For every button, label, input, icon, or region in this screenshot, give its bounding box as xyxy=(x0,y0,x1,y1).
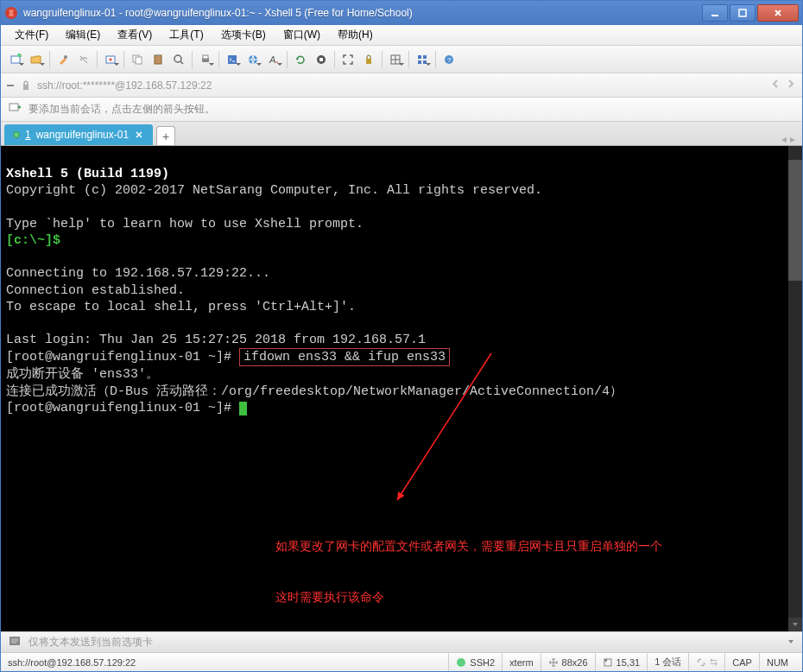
svg-rect-1 xyxy=(711,15,718,16)
tabbar: 1 wangruifenglinux-01 + ◂ ▸ xyxy=(1,122,802,146)
svg-rect-18 xyxy=(319,58,323,61)
tab-label: wangruifenglinux-01 xyxy=(36,129,129,141)
menubar: 文件(F) 编辑(E) 查看(V) 工具(T) 选项卡(B) 窗口(W) 帮助(… xyxy=(1,25,802,46)
size-icon xyxy=(548,657,559,668)
svg-rect-34 xyxy=(604,659,607,662)
svg-rect-3 xyxy=(11,56,20,63)
svg-rect-2 xyxy=(739,10,746,16)
copy-button[interactable] xyxy=(128,50,147,69)
term-line: 成功断开设备 'ens33'。 xyxy=(6,367,159,382)
svg-point-11 xyxy=(174,55,181,62)
term-line: Connection established. xyxy=(6,283,185,298)
minimize-button[interactable] xyxy=(702,4,728,22)
paste-button[interactable] xyxy=(149,50,168,69)
term-line: To escape to local shell, press 'Ctrl+Al… xyxy=(6,300,356,314)
menu-tabs[interactable]: 选项卡(B) xyxy=(214,26,273,44)
globe-button[interactable] xyxy=(243,50,262,69)
infobar: 要添加当前会话，点击左侧的箭头按钮。 xyxy=(1,98,802,122)
svg-text:?: ? xyxy=(447,56,452,64)
compose-dropdown-icon[interactable] xyxy=(787,637,795,649)
help-button[interactable]: ? xyxy=(439,50,458,69)
svg-rect-13 xyxy=(203,55,208,59)
script-button[interactable] xyxy=(223,50,242,69)
svg-rect-21 xyxy=(418,55,421,59)
find-button[interactable] xyxy=(169,50,188,69)
local-prompt: [c:\~]$ xyxy=(6,233,60,248)
nav-back-icon[interactable] xyxy=(769,78,781,92)
menu-tools[interactable]: 工具(T) xyxy=(162,26,210,44)
svg-text:A: A xyxy=(269,54,275,65)
tile-button[interactable] xyxy=(413,50,432,69)
fullscreen-button[interactable] xyxy=(338,50,357,69)
tab-close-icon[interactable] xyxy=(134,130,144,140)
ssh-status-icon xyxy=(456,657,466,668)
term-line: Last login: Thu Jan 25 15:27:25 2018 fro… xyxy=(6,333,426,347)
svg-point-4 xyxy=(17,54,21,57)
terminal[interactable]: Xshell 5 (Build 1199) Copyright (c) 2002… xyxy=(1,146,802,631)
cursor xyxy=(239,402,247,415)
refresh-button[interactable] xyxy=(291,50,310,69)
titlebar[interactable]: wangruifenglinux-01 - root@wangruifengli… xyxy=(1,1,802,25)
status-connection: ssh://root@192.168.57.129:22 xyxy=(8,657,448,668)
scroll-thumb[interactable] xyxy=(788,160,802,281)
tab-next-icon[interactable]: ▸ xyxy=(790,133,795,145)
svg-rect-23 xyxy=(418,60,421,64)
nav-forward-icon[interactable] xyxy=(785,78,797,92)
term-line: Xshell 5 (Build 1199) xyxy=(6,167,169,181)
svg-point-32 xyxy=(457,658,465,667)
link-icon xyxy=(696,657,706,668)
svg-rect-9 xyxy=(155,55,161,64)
new-session-button[interactable] xyxy=(6,50,25,69)
svg-rect-10 xyxy=(156,54,160,56)
menu-help[interactable]: 帮助(H) xyxy=(331,26,380,44)
status-pos: 15,31 xyxy=(616,657,641,668)
svg-rect-14 xyxy=(228,55,237,64)
close-button[interactable] xyxy=(757,4,799,22)
add-session-icon[interactable] xyxy=(8,101,22,117)
reconnect-button[interactable] xyxy=(74,50,93,69)
term-line: Connecting to 192.168.57.129:22... xyxy=(6,266,270,281)
compose-icon[interactable] xyxy=(8,634,22,650)
tab-prev-icon[interactable]: ◂ xyxy=(781,133,787,145)
remote-prompt: [root@wangruifenglinux-01 ~]# xyxy=(6,401,239,415)
menu-edit[interactable]: 编辑(E) xyxy=(59,26,107,44)
status-size: 88x26 xyxy=(562,657,588,668)
svg-rect-29 xyxy=(9,104,18,111)
svg-point-5 xyxy=(64,55,67,59)
addressbar: ssh://root:********@192.168.57.129:22 xyxy=(1,73,802,98)
menu-file[interactable]: 文件(F) xyxy=(8,26,55,44)
terminal-scrollbar[interactable] xyxy=(788,146,802,631)
svg-rect-24 xyxy=(423,60,427,64)
maximize-button[interactable] xyxy=(730,4,756,22)
layout-button[interactable] xyxy=(386,50,405,69)
svg-rect-8 xyxy=(136,57,142,64)
term-line: Type `help' to learn how to use Xshell p… xyxy=(6,217,364,231)
menu-view[interactable]: 查看(V) xyxy=(111,26,159,44)
app-window: wangruifenglinux-01 - root@wangruifengli… xyxy=(0,0,803,672)
font-button[interactable]: A xyxy=(264,50,283,69)
status-dot-icon xyxy=(13,131,20,138)
svg-line-30 xyxy=(397,353,491,500)
status-sessions: 1 会话 xyxy=(647,653,688,671)
stop-button[interactable] xyxy=(312,50,331,69)
toggle-panel-icon[interactable] xyxy=(6,81,15,90)
status-term: xterm xyxy=(502,653,541,671)
tab-index: 1 xyxy=(25,129,31,141)
properties-button[interactable] xyxy=(54,50,73,69)
compose-input[interactable]: 仅将文本发送到当前选项卡 xyxy=(28,635,780,650)
address-text[interactable]: ssh://root:********@192.168.57.129:22 xyxy=(37,79,764,92)
print-button[interactable] xyxy=(196,50,215,69)
annotation-text: 如果更改了网卡的配置文件或者网关，需要重启网卡且只重启单独的一个 这时需要执行该… xyxy=(275,504,662,631)
svg-rect-27 xyxy=(7,85,14,86)
add-tab-button[interactable]: + xyxy=(156,126,175,145)
compose-bar: 仅将文本发送到当前选项卡 xyxy=(1,631,802,652)
svg-rect-19 xyxy=(366,59,371,64)
lock-button[interactable] xyxy=(359,50,378,69)
session-tab[interactable]: 1 wangruifenglinux-01 xyxy=(4,124,153,145)
pos-icon xyxy=(603,657,613,668)
open-button[interactable] xyxy=(27,50,46,69)
scroll-down-icon[interactable] xyxy=(788,618,802,631)
titlebar-text: wangruifenglinux-01 - root@wangruifengli… xyxy=(23,7,700,19)
transfer-button[interactable] xyxy=(101,50,120,69)
menu-window[interactable]: 窗口(W) xyxy=(276,26,327,44)
